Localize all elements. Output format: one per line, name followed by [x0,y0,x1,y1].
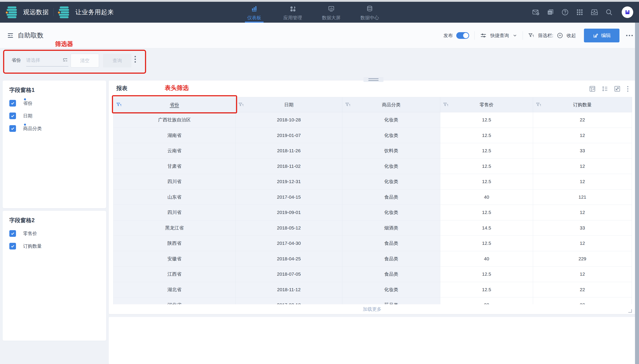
filter-field-label: 省份 [12,57,21,63]
table-cell: 2019-12-31 [236,174,342,190]
edit-label: 编辑 [601,32,611,39]
nav-item-data-center[interactable]: 数据中心 [359,4,381,23]
table-row: 河北省2017-03-18药品类2233 [114,298,632,305]
table-cell: 12.5 [440,266,533,282]
top-navbar: 观远数据 让业务用起来 仪表板 应用管理 [0,2,639,23]
field-label: 省份 [23,100,33,106]
query-button[interactable]: 查询 [103,54,132,68]
multi-select-icon[interactable] [62,57,68,62]
collapse-circle-icon[interactable] [557,32,563,38]
panel-drag-handle[interactable] [363,77,383,82]
field-row-province[interactable]: 省份 [9,97,106,110]
checkbox-checked[interactable] [9,230,16,237]
apps-management-icon [289,5,296,13]
divider [53,8,54,16]
inbox-download-icon[interactable] [590,8,598,16]
search-icon[interactable] [605,8,613,16]
menu-fold-icon[interactable] [7,32,14,39]
nav-item-data-screen[interactable]: 数据大屏 [320,4,342,23]
field-row-category[interactable]: 商品分类 [9,122,106,135]
nav-item-app-management[interactable]: 应用管理 [282,4,304,23]
table-cell: 食品类 [342,251,440,267]
report-icon[interactable] [547,8,554,16]
page-toolbar: 自助取数 发布 快捷查询 筛选栏: 收起 [0,23,639,48]
province-filter-input[interactable]: 请选择 [26,54,68,66]
table-cell: 2018-10-28 [236,112,342,128]
edit-icon [592,33,598,38]
edit-button[interactable]: 编辑 [584,29,619,42]
table-cell: 化妆类 [342,159,440,174]
filter-funnel-icon[interactable] [443,102,449,108]
collapse-button[interactable]: 收起 [567,32,576,38]
report-table: 省份 日期 商品分类 [113,97,632,305]
annotation-header-filter-label: 表头筛选 [165,84,189,92]
table-cell: 食品类 [342,266,440,282]
brand-area: 观远数据 让业务用起来 [6,6,114,18]
table-cell: 药品类 [342,298,440,305]
table-cell: 2017-04-30 [236,236,342,251]
filter-placeholder: 请选择 [26,57,40,63]
quick-query-button[interactable]: 快捷查询 [490,32,509,38]
load-more-button[interactable]: 加载更多 [109,304,635,314]
table-cell: 33 [533,220,632,236]
table-cell: 121 [533,190,632,205]
column-header-price[interactable]: 零售价 [440,97,533,112]
more-icon[interactable] [626,35,633,36]
message-icon[interactable] [532,8,539,16]
field-label: 商品分类 [23,126,42,132]
dashboard-icon [251,5,258,13]
table-cell: 12.5 [440,159,533,174]
nav-item-dashboard[interactable]: 仪表板 [243,4,265,23]
table-cell: 12.5 [440,205,533,220]
help-icon[interactable] [561,8,569,16]
table-config-icon[interactable] [589,86,596,92]
filter-funnel-icon [528,32,534,38]
table-cell: 2018-11-26 [236,143,342,159]
table-row: 甘肃省2018-11-02化妆类12.512 [114,159,632,174]
table-cell: 12 [533,205,632,220]
field-label: 零售价 [23,230,37,236]
table-cell: 化妆类 [342,282,440,298]
table-cell: 黑龙江省 [114,220,236,236]
column-header-date[interactable]: 日期 [236,97,342,112]
column-header-category[interactable]: 商品分类 [342,97,440,112]
vertical-scrollbar[interactable] [635,23,639,364]
table-cell: 河北省 [114,298,236,305]
field-row-quantity[interactable]: 订购数量 [9,240,106,252]
table-row: 四川省2019-12-31化妆类12.512 [114,174,632,190]
filter-funnel-icon[interactable] [345,102,351,108]
chevron-down-icon[interactable] [512,33,517,38]
table-cell: 22 [533,112,632,128]
table-cell: 山东省 [114,190,236,205]
apps-grid-icon[interactable] [576,8,583,16]
table-row: 云南省2018-11-26饮料类12.533 [114,143,632,159]
field-row-date[interactable]: 日期 [9,110,106,122]
filter-funnel-icon[interactable] [536,102,541,108]
checkbox-checked[interactable] [9,243,16,250]
table-cell: 化妆类 [342,112,440,128]
user-avatar[interactable] [622,6,633,18]
toolbar-actions: 发布 快捷查询 筛选栏: 收起 编辑 [443,29,633,42]
table-cell: 12.5 [440,128,533,144]
filter-funnel-icon[interactable] [116,102,122,108]
filter-funnel-icon[interactable] [238,102,244,108]
column-header-province[interactable]: 省份 [114,97,236,112]
table-cell: 2018-11-02 [236,159,342,174]
row-height-icon[interactable] [601,86,608,92]
panel-more-icon[interactable] [626,86,629,92]
field-pane-2: 字段窗格2 零售价 订购数量 [3,211,106,341]
checkbox-checked[interactable] [9,100,16,106]
sliders-icon [480,32,487,39]
filter-more-icon[interactable] [135,56,136,62]
column-header-quantity[interactable]: 订购数量 [533,97,632,112]
checkbox-checked[interactable] [9,125,16,132]
table-cell: 安徽省 [114,251,236,267]
table-cell: 食品类 [342,190,440,205]
panel-resize-handle[interactable] [628,309,632,313]
checkbox-checked[interactable] [9,112,16,119]
table-cell: 广西壮族自治区 [114,112,236,128]
publish-toggle[interactable] [456,32,469,39]
field-row-price[interactable]: 零售价 [9,227,106,240]
clear-button[interactable]: 清空 [71,54,99,68]
fullscreen-icon[interactable] [614,86,620,92]
